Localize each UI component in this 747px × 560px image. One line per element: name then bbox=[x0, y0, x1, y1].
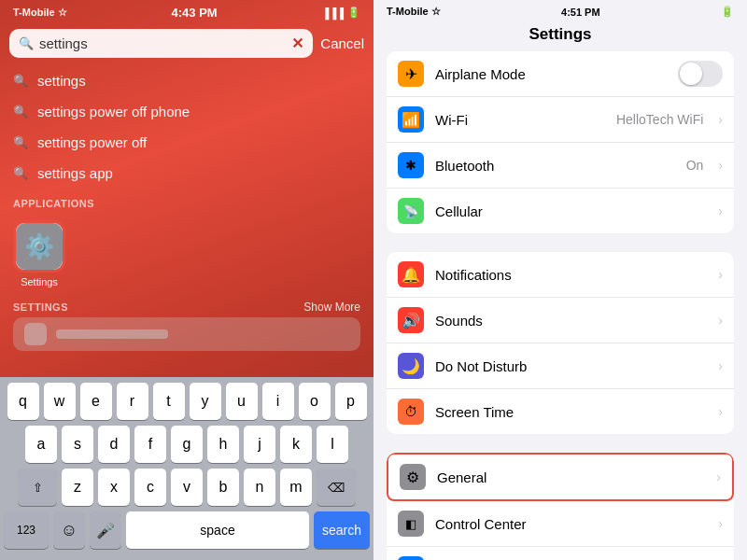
general-label: General bbox=[437, 469, 705, 485]
controlcenter-label: Control Center bbox=[435, 516, 707, 532]
chevron-icon: › bbox=[718, 313, 723, 328]
key-m[interactable]: m bbox=[280, 469, 312, 506]
donotdisturb-icon: 🌙 bbox=[398, 353, 424, 379]
search-bar-row: 🔍 ✕ Cancel bbox=[0, 23, 374, 65]
keyboard-row-4: 123 ☺ 🎤 space search bbox=[4, 511, 370, 549]
suggestion-item[interactable]: 🔍 settings power off phone bbox=[0, 96, 374, 127]
mic-key[interactable]: 🎤 bbox=[90, 511, 121, 549]
suggestion-item[interactable]: 🔍 settings bbox=[0, 65, 374, 96]
controlcenter-row[interactable]: ◧ Control Center › bbox=[387, 501, 734, 547]
key-h[interactable]: h bbox=[207, 426, 239, 463]
suggestions-list: 🔍 settings 🔍 settings power off phone 🔍 … bbox=[0, 65, 374, 192]
emoji-key[interactable]: ☺ bbox=[53, 511, 85, 549]
suggestion-text: settings power off phone bbox=[37, 104, 190, 119]
wifi-row[interactable]: 📶 Wi-Fi HelloTech WiFi › bbox=[387, 97, 734, 143]
key-l[interactable]: l bbox=[317, 426, 348, 463]
suggestion-item[interactable]: 🔍 settings power off bbox=[0, 127, 374, 158]
toggle-thumb bbox=[680, 63, 702, 85]
key-u[interactable]: u bbox=[226, 383, 258, 420]
search-key[interactable]: search bbox=[314, 511, 370, 549]
chevron-icon: › bbox=[718, 358, 723, 373]
key-n[interactable]: n bbox=[244, 469, 275, 506]
controlcenter-icon: ◧ bbox=[398, 511, 424, 537]
airplane-mode-toggle[interactable] bbox=[678, 61, 723, 87]
key-j[interactable]: j bbox=[244, 426, 275, 463]
sounds-row[interactable]: 🔊 Sounds › bbox=[387, 298, 734, 343]
numbers-key[interactable]: 123 bbox=[4, 511, 49, 549]
suggestion-text: settings app bbox=[37, 165, 113, 181]
displaybrightness-row[interactable]: ☀ Display & Brightness › bbox=[387, 547, 734, 560]
key-b[interactable]: b bbox=[207, 469, 239, 506]
search-input-wrap[interactable]: 🔍 ✕ bbox=[9, 29, 313, 58]
settings-app-icon-wrap: ⚙️ bbox=[13, 220, 65, 273]
chevron-icon: › bbox=[718, 267, 723, 282]
settings-app-label: Settings bbox=[21, 276, 58, 287]
key-f[interactable]: f bbox=[134, 426, 166, 463]
notifications-label: Notifications bbox=[435, 267, 707, 283]
key-g[interactable]: g bbox=[171, 426, 203, 463]
chevron-icon: › bbox=[718, 158, 723, 173]
screentime-icon: ⏱ bbox=[398, 399, 424, 425]
key-z[interactable]: z bbox=[62, 469, 93, 506]
left-panel: T-Mobile ☆ 4:43 PM ▐▐▐ 🔋 🔍 ✕ Cancel 🔍 se… bbox=[0, 0, 374, 560]
key-p[interactable]: p bbox=[335, 383, 367, 420]
airplane-mode-row[interactable]: ✈ Airplane Mode bbox=[387, 51, 734, 97]
key-r[interactable]: r bbox=[117, 383, 148, 420]
blurred-icon bbox=[24, 323, 47, 345]
key-c[interactable]: c bbox=[134, 469, 166, 506]
settings-section-header: SETTINGS Show More bbox=[0, 295, 374, 317]
cancel-button[interactable]: Cancel bbox=[320, 35, 364, 51]
bluetooth-label: Bluetooth bbox=[435, 158, 675, 174]
general-row[interactable]: ⚙ General › bbox=[387, 453, 734, 501]
chevron-icon: › bbox=[718, 404, 723, 419]
chevron-icon: › bbox=[718, 203, 723, 218]
key-k[interactable]: k bbox=[280, 426, 312, 463]
sounds-label: Sounds bbox=[435, 313, 707, 329]
key-t[interactable]: t bbox=[153, 383, 185, 420]
bluetooth-row[interactable]: ✱ Bluetooth On › bbox=[387, 143, 734, 189]
apps-row: ⚙️ Settings bbox=[0, 213, 374, 295]
key-x[interactable]: x bbox=[98, 469, 130, 506]
key-o[interactable]: o bbox=[299, 383, 331, 420]
clear-button[interactable]: ✕ bbox=[291, 35, 303, 52]
search-input[interactable] bbox=[39, 35, 286, 51]
donotdisturb-row[interactable]: 🌙 Do Not Disturb › bbox=[387, 343, 734, 389]
delete-key[interactable]: ⌫ bbox=[317, 469, 356, 506]
notifications-row[interactable]: 🔔 Notifications › bbox=[387, 252, 734, 298]
key-s[interactable]: s bbox=[62, 426, 93, 463]
notifications-icon: 🔔 bbox=[398, 261, 424, 287]
settings-app-item[interactable]: ⚙️ Settings bbox=[13, 220, 65, 287]
wifi-icon: 📶 bbox=[398, 106, 424, 133]
bluetooth-icon: ✱ bbox=[398, 152, 424, 178]
key-e[interactable]: e bbox=[80, 383, 112, 420]
suggestion-search-icon: 🔍 bbox=[13, 135, 28, 149]
screentime-label: Screen Time bbox=[435, 404, 707, 420]
right-carrier: T-Mobile ☆ bbox=[387, 6, 441, 18]
wifi-value: HelloTech WiFi bbox=[616, 112, 703, 127]
screentime-row[interactable]: ⏱ Screen Time › bbox=[387, 389, 734, 434]
sounds-icon: 🔊 bbox=[398, 307, 424, 333]
key-a[interactable]: a bbox=[25, 426, 57, 463]
key-i[interactable]: i bbox=[262, 383, 294, 420]
general-icon: ⚙ bbox=[400, 464, 426, 490]
suggestion-item[interactable]: 🔍 settings app bbox=[0, 158, 374, 189]
key-y[interactable]: y bbox=[190, 383, 221, 420]
settings-section-label: SETTINGS bbox=[13, 301, 68, 313]
left-status-bar: T-Mobile ☆ 4:43 PM ▐▐▐ 🔋 bbox=[0, 0, 374, 23]
settings-group-general: ⚙ General › ◧ Control Center › ☀ Display… bbox=[387, 453, 734, 560]
suggestion-text: settings bbox=[37, 73, 86, 89]
right-battery: 🔋 bbox=[721, 6, 734, 18]
wifi-label: Wi-Fi bbox=[435, 112, 605, 128]
key-v[interactable]: v bbox=[171, 469, 203, 506]
key-q[interactable]: q bbox=[7, 383, 39, 420]
cellular-icon: 📡 bbox=[398, 198, 424, 224]
key-w[interactable]: w bbox=[44, 383, 76, 420]
space-key[interactable]: space bbox=[126, 511, 309, 549]
show-more-button[interactable]: Show More bbox=[303, 301, 360, 314]
key-d[interactable]: d bbox=[98, 426, 130, 463]
battery-icon: 🔋 bbox=[347, 7, 360, 19]
keyboard-row-1: q w e r t y u i o p bbox=[4, 383, 370, 420]
settings-list: ✈ Airplane Mode 📶 Wi-Fi HelloTech WiFi ›… bbox=[374, 51, 747, 560]
cellular-row[interactable]: 📡 Cellular › bbox=[387, 189, 734, 233]
shift-key[interactable]: ⇧ bbox=[18, 469, 57, 506]
